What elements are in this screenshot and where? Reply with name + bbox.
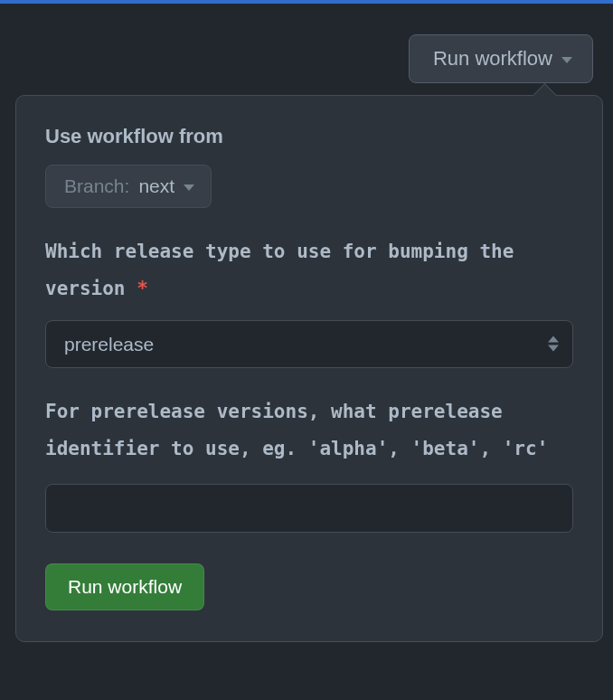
release-type-label-text: Which release type to use for bumping th… bbox=[45, 241, 514, 299]
release-type-label: Which release type to use for bumping th… bbox=[45, 233, 573, 307]
caret-down-icon bbox=[184, 184, 194, 191]
run-workflow-trigger[interactable]: Run workflow bbox=[409, 34, 593, 83]
release-type-select-wrap: prerelease bbox=[45, 320, 573, 368]
branch-name: next bbox=[138, 175, 174, 197]
prerelease-id-input[interactable] bbox=[45, 484, 573, 533]
branch-prefix: Branch: bbox=[64, 175, 129, 197]
branch-selector[interactable]: Branch: next bbox=[45, 165, 212, 208]
use-workflow-from-label: Use workflow from bbox=[45, 125, 573, 148]
caret-down-icon bbox=[561, 57, 572, 63]
run-workflow-submit[interactable]: Run workflow bbox=[45, 563, 204, 610]
required-asterisk: * bbox=[137, 278, 148, 299]
workflow-popover: Use workflow from Branch: next Which rel… bbox=[15, 95, 603, 642]
run-workflow-trigger-label: Run workflow bbox=[433, 47, 552, 71]
trigger-region: Run workflow bbox=[409, 34, 593, 83]
release-type-select[interactable]: prerelease bbox=[45, 320, 573, 368]
accent-bar bbox=[0, 0, 613, 4]
prerelease-id-label: For prerelease versions, what prerelease… bbox=[45, 393, 573, 468]
